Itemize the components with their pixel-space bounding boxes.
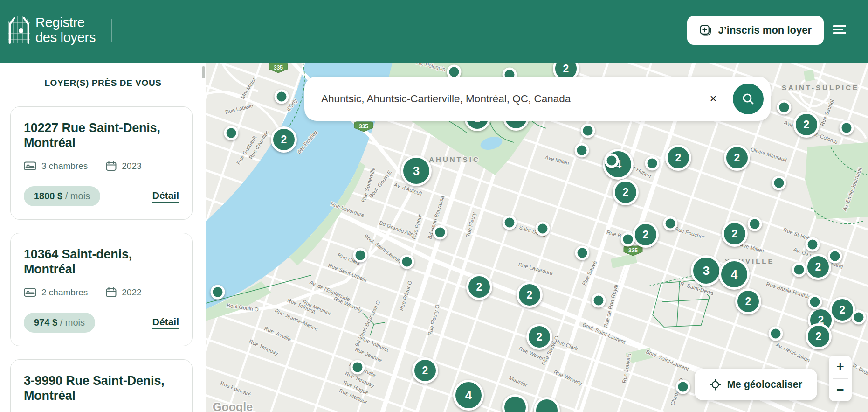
brand-logo-icon	[7, 15, 31, 44]
geolocate-label: Me géolocaliser	[727, 379, 802, 391]
map-cluster-marker[interactable]: 2	[633, 222, 659, 248]
brand-title: Registre des loyers	[35, 15, 96, 45]
map-cluster-marker[interactable]: 2	[724, 145, 750, 171]
results-sidebar: LOYER(S) PRÈS DE VOUS 10227 Rue Saint-De…	[0, 63, 206, 412]
map-marker[interactable]	[536, 222, 550, 236]
map-marker[interactable]	[808, 295, 822, 309]
map-marker[interactable]	[534, 397, 560, 412]
brand-line1: Registre	[35, 15, 96, 30]
price-badge: 1800 $ / mois	[24, 186, 100, 206]
year-label: 2022	[122, 287, 141, 298]
map-cluster-marker[interactable]: 2	[517, 282, 543, 308]
year-label: 2023	[122, 161, 141, 171]
price-unit: / mois	[65, 191, 90, 201]
map-marker[interactable]	[769, 327, 783, 341]
map-marker[interactable]	[275, 90, 289, 104]
map-marker[interactable]	[581, 124, 595, 138]
map-marker[interactable]	[748, 217, 762, 231]
brand-line2: des loyers	[35, 30, 96, 45]
rent-card: 10227 Rue Saint-Denis, Montréal 3 chambr…	[10, 106, 193, 220]
map-cluster-marker[interactable]: 2	[665, 145, 691, 171]
calendar-icon	[106, 161, 117, 171]
map-marker[interactable]	[663, 216, 678, 231]
map-marker[interactable]	[645, 156, 660, 171]
rent-card-title: 3-9990 Rue Saint-Denis, Montréal	[24, 374, 179, 403]
map-cluster-marker[interactable]: 2	[412, 357, 438, 384]
map-cluster-marker[interactable]: 3	[401, 155, 432, 186]
sidebar-heading: LOYER(S) PRÈS DE VOUS	[0, 78, 206, 88]
map-marker[interactable]	[502, 394, 528, 412]
bed-icon	[24, 161, 36, 171]
rent-card-title: 10364 Saint-denis, Montréal	[24, 247, 179, 277]
map-cluster-marker[interactable]: 3	[691, 255, 722, 286]
search-input[interactable]	[321, 93, 704, 105]
map-marker[interactable]	[772, 176, 786, 190]
map-marker[interactable]	[806, 237, 820, 252]
map-marker[interactable]	[211, 285, 225, 300]
map-marker[interactable]	[400, 255, 414, 269]
map-marker[interactable]	[828, 249, 842, 264]
bed-icon	[24, 288, 36, 297]
price-badge: 974 $ / mois	[24, 313, 95, 333]
map-marker[interactable]	[351, 360, 365, 375]
search-icon	[741, 92, 755, 106]
register-rent-label: J’inscris mon loyer	[718, 24, 812, 36]
map-cluster-marker[interactable]: 2	[526, 324, 552, 350]
map-search-bar: ✕	[304, 77, 771, 121]
clear-search-icon[interactable]: ✕	[704, 90, 723, 108]
map-marker[interactable]	[575, 143, 589, 158]
rent-card-list: 10227 Rue Saint-Denis, Montréal 3 chambr…	[10, 106, 193, 412]
price-unit: / mois	[60, 317, 85, 328]
rent-card: 10364 Saint-denis, Montréal 2 chambres	[10, 233, 193, 346]
map-cluster-marker[interactable]: 2	[271, 126, 297, 153]
map-marker[interactable]	[840, 121, 854, 135]
map-marker[interactable]	[592, 293, 606, 308]
map-marker[interactable]	[575, 246, 590, 260]
detail-link[interactable]: Détail	[152, 190, 179, 203]
rooms-label: 2 chambres	[41, 287, 88, 298]
map-cluster-marker[interactable]: 2	[613, 179, 639, 205]
header-divider	[111, 19, 112, 42]
app-header: Registre des loyers J’inscris mon loyer	[0, 0, 868, 63]
price-value: 974 $	[34, 317, 57, 328]
add-document-icon	[699, 24, 712, 37]
geolocate-icon	[710, 379, 721, 391]
zoom-out-button[interactable]: −	[829, 379, 852, 402]
map-cluster-marker[interactable]: 2	[805, 254, 831, 280]
map-marker[interactable]	[503, 216, 517, 230]
map-marker[interactable]	[605, 154, 619, 168]
rent-card: 3-9990 Rue Saint-Denis, Montréal	[10, 359, 193, 412]
calendar-icon	[106, 287, 117, 298]
detail-link[interactable]: Détail	[152, 316, 179, 329]
sidebar-scrollbar[interactable]	[202, 66, 205, 78]
map-cluster-marker[interactable]: 2	[735, 288, 761, 314]
zoom-control: + −	[829, 356, 852, 401]
map-cluster-marker[interactable]: 2	[722, 221, 748, 247]
map-canvas[interactable]: AHUNTSICSAINT-SULPICEYOUVILLEBoul. Gouin…	[206, 63, 868, 412]
register-rent-button[interactable]: J’inscris mon loyer	[687, 16, 824, 45]
map-marker[interactable]	[621, 232, 635, 247]
search-button[interactable]	[733, 84, 764, 114]
rooms-label: 3 chambres	[41, 161, 88, 171]
menu-icon[interactable]	[833, 25, 846, 35]
map-marker[interactable]	[433, 225, 448, 240]
map-cluster-marker[interactable]: 4	[453, 380, 484, 411]
map-marker[interactable]	[224, 126, 239, 140]
map-cluster-marker[interactable]: 2	[466, 274, 492, 300]
map-cluster-marker[interactable]: 2	[806, 323, 832, 349]
geolocate-button[interactable]: Me géolocaliser	[695, 369, 817, 400]
map-marker[interactable]	[852, 310, 866, 325]
map-marker[interactable]	[777, 100, 792, 115]
map-marker[interactable]	[676, 380, 690, 394]
zoom-in-button[interactable]: +	[829, 356, 852, 378]
price-value: 1800 $	[34, 191, 62, 201]
map-marker[interactable]	[353, 248, 368, 263]
map-marker[interactable]	[792, 263, 806, 277]
map-cluster-marker[interactable]: 4	[719, 259, 750, 290]
rent-card-title: 10227 Rue Saint-Denis, Montréal	[24, 121, 179, 150]
map-cluster-marker[interactable]: 2	[793, 112, 820, 138]
